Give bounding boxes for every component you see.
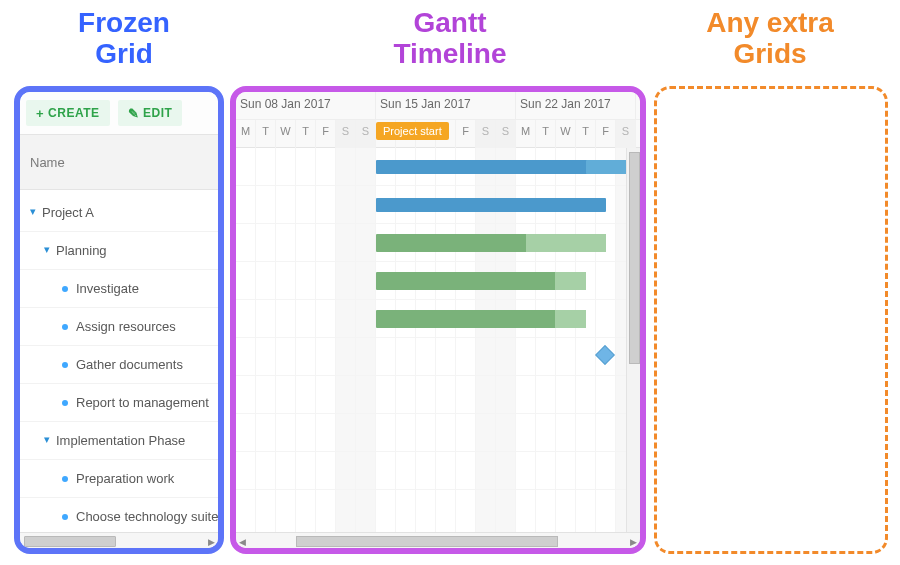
bullet-icon	[62, 476, 68, 482]
grid-column-header[interactable]: Name	[20, 134, 218, 190]
toolbar: + CREATE ✎ EDIT	[20, 92, 218, 134]
tree-row-phase[interactable]: ▾ Planning	[20, 232, 218, 270]
frozen-grid-panel: + CREATE ✎ EDIT Name ▾ Project A ▾ Plann…	[14, 86, 224, 554]
day-header[interactable]: T	[296, 120, 316, 148]
tree-row-task[interactable]: Preparation work	[20, 460, 218, 498]
bullet-icon	[62, 400, 68, 406]
day-header[interactable]: T	[256, 120, 276, 148]
create-button-label: CREATE	[48, 106, 99, 120]
tree-row-label: Gather documents	[76, 357, 183, 372]
extra-grids-placeholder	[654, 86, 888, 554]
grid-column-header-name: Name	[30, 155, 65, 170]
task-bar[interactable]	[376, 272, 586, 290]
tree-row-task[interactable]: Choose technology suite	[20, 498, 218, 536]
day-header[interactable]: S	[496, 120, 516, 148]
summary-bar-tail[interactable]	[586, 160, 626, 174]
scroll-right-icon[interactable]: ▶	[630, 537, 637, 547]
day-header[interactable]: W	[276, 120, 296, 148]
bullet-icon	[62, 324, 68, 330]
day-header[interactable]: S	[356, 120, 376, 148]
tree-row-label: Preparation work	[76, 471, 174, 486]
plus-icon: +	[36, 107, 44, 120]
day-header[interactable]: S	[336, 120, 356, 148]
pencil-icon: ✎	[128, 107, 140, 120]
week-header[interactable]: Sun 22 Jan 2017	[516, 92, 636, 119]
day-header[interactable]: F	[456, 120, 476, 148]
tree-row-task[interactable]: Report to management	[20, 384, 218, 422]
tree-row-task[interactable]: Assign resources	[20, 308, 218, 346]
summary-bar[interactable]	[376, 198, 606, 212]
week-header[interactable]: Sun 15 Jan 2017	[376, 92, 516, 119]
timeline-header: Sun 08 Jan 2017 Sun 15 Jan 2017 Sun 22 J…	[236, 92, 640, 148]
chevron-down-icon[interactable]: ▾	[44, 433, 50, 446]
edit-button[interactable]: ✎ EDIT	[118, 100, 183, 126]
tree-row-label: Planning	[56, 243, 107, 258]
tree-row-label: Choose technology suite	[76, 509, 218, 524]
tree-row-task[interactable]: Gather documents	[20, 346, 218, 384]
task-tree: ▾ Project A ▾ Planning Investigate Assig…	[20, 190, 218, 536]
day-header[interactable]: F	[596, 120, 616, 148]
timeline-weeks-row: Sun 08 Jan 2017 Sun 15 Jan 2017 Sun 22 J…	[236, 92, 640, 120]
gantt-timeline-panel: Sun 08 Jan 2017 Sun 15 Jan 2017 Sun 22 J…	[230, 86, 646, 554]
tree-row-label: Implementation Phase	[56, 433, 185, 448]
tree-row-phase[interactable]: ▾ Implementation Phase	[20, 422, 218, 460]
bullet-icon	[62, 514, 68, 520]
day-header[interactable]: M	[516, 120, 536, 148]
day-header[interactable]: M	[236, 120, 256, 148]
project-start-flag[interactable]: Project start	[376, 122, 449, 140]
day-header[interactable]: S	[476, 120, 496, 148]
label-frozen-grid: FrozenGrid	[34, 8, 214, 70]
week-header[interactable]: Sun 08 Jan 2017	[236, 92, 376, 119]
tree-row-label: Report to management	[76, 395, 209, 410]
tree-row-task[interactable]: Investigate	[20, 270, 218, 308]
tree-row-label: Assign resources	[76, 319, 176, 334]
tree-row-label: Investigate	[76, 281, 139, 296]
day-header[interactable]: T	[536, 120, 556, 148]
label-gantt-timeline: GanttTimeline	[320, 8, 580, 70]
timeline-body[interactable]	[236, 148, 640, 532]
create-button[interactable]: + CREATE	[26, 100, 110, 126]
day-header[interactable]: T	[576, 120, 596, 148]
tree-row-project[interactable]: ▾ Project A	[20, 194, 218, 232]
scroll-left-icon[interactable]: ◀	[239, 537, 246, 547]
tree-row-label: Project A	[42, 205, 94, 220]
day-header[interactable]: W	[556, 120, 576, 148]
day-header[interactable]: F	[316, 120, 336, 148]
vertical-scrollbar[interactable]	[626, 148, 640, 532]
horizontal-scrollbar[interactable]: ◀ ▶	[236, 532, 640, 548]
task-bar[interactable]	[376, 310, 586, 328]
task-bar[interactable]	[376, 234, 606, 252]
chevron-down-icon[interactable]: ▾	[44, 243, 50, 256]
bullet-icon	[62, 362, 68, 368]
scroll-right-icon[interactable]: ▶	[208, 537, 215, 547]
edit-button-label: EDIT	[143, 106, 172, 120]
label-any-extra-grids: Any extraGrids	[660, 8, 880, 70]
chevron-down-icon[interactable]: ▾	[30, 205, 36, 218]
bullet-icon	[62, 286, 68, 292]
day-header[interactable]: S	[616, 120, 636, 148]
horizontal-scrollbar[interactable]: ▶	[20, 532, 218, 548]
